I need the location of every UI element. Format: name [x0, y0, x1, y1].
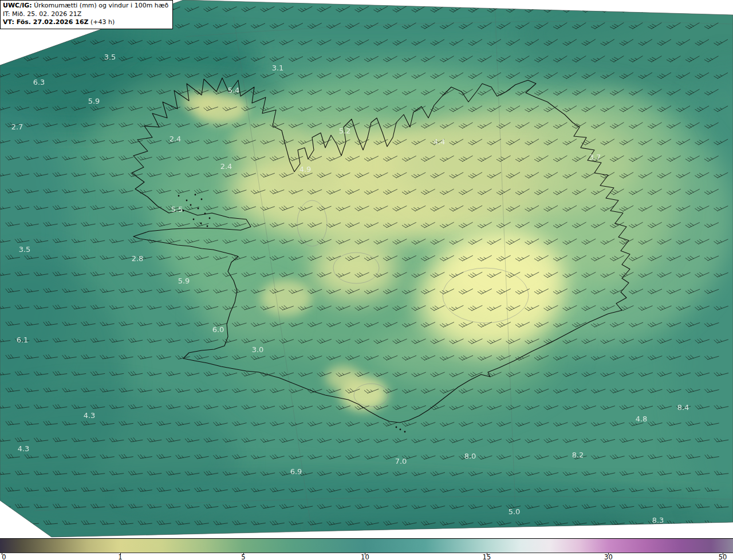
colorbar-tick-label: 5 [241, 554, 245, 560]
precip-value-label: 6.0 [212, 325, 224, 334]
init-time-line: IT: Mið. 25. 02. 2026 21Z [3, 10, 168, 19]
init-label: IT: [3, 10, 10, 18]
precip-value-label: 6.3 [33, 78, 45, 86]
precip-value-label: 3.7 [589, 153, 601, 161]
weather-map: 3.56.35.92.75.43.15.24.43.72.42.44.95.53… [0, 0, 733, 538]
precip-value-label: 5.4 [228, 86, 240, 94]
colorbar-gradient [0, 538, 733, 553]
precip-value-label: 3.5 [19, 245, 31, 254]
colorbar-tick-label: 30 [604, 554, 613, 560]
model-name: UWC/IG: [3, 2, 32, 9]
valid-suffix: (+43 h) [89, 18, 115, 26]
precip-value-label: 8.4 [677, 403, 689, 412]
precip-value-label: 8.0 [464, 452, 476, 460]
init-value: Mið. 25. 02. 2026 21Z [10, 10, 81, 18]
precip-value-label: 6.9 [290, 467, 302, 476]
map-title-line: UWC/IG: Úrkomumætti (mm) og vindur i 100… [3, 2, 168, 10]
precip-value-label: 2.4 [220, 162, 232, 171]
colorbar-tick-label: 0 [2, 554, 6, 560]
precip-value-label: 5.9 [178, 277, 190, 285]
precip-value-label: 4.3 [84, 411, 96, 420]
colorbar-tick-label: 15 [483, 554, 491, 560]
precip-value-label: 3.1 [272, 64, 284, 72]
colorbar: 01510153050 [0, 538, 733, 560]
colorbar-tick-label: 10 [361, 554, 369, 560]
weather-forecast-chart: 3.56.35.92.75.43.15.24.43.72.42.44.95.53… [0, 0, 733, 560]
precip-value-label: 8.2 [572, 451, 584, 459]
precip-value-label: 6.1 [17, 336, 29, 344]
precip-value-label: 4.4 [434, 137, 446, 146]
precip-value-label: 4.3 [18, 444, 30, 453]
precip-value-label: 2.4 [170, 135, 182, 143]
map-title-box: UWC/IG: Úrkomumætti (mm) og vindur i 100… [0, 0, 173, 29]
precip-value-label: 2.8 [132, 254, 144, 263]
precip-value-label: 5.0 [509, 507, 521, 516]
valid-label: VT: [3, 18, 17, 26]
valid-value: Fös. 27.02.2026 16Z [17, 18, 89, 26]
map-title: Úrkomumætti (mm) og vindur i 100m hæð [32, 2, 169, 9]
precip-value-label: 3.5 [104, 53, 116, 61]
precip-value-label: 8.3 [652, 516, 664, 524]
precip-value-label: 4.9 [299, 165, 312, 173]
valid-time-line: VT: Fös. 27.02.2026 16Z (+43 h) [3, 18, 168, 27]
colorbar-tick-label: 50 [719, 554, 727, 560]
precip-value-label: 5.5 [171, 205, 183, 214]
precip-value-label: 3.0 [252, 345, 264, 354]
precip-value-label: 5.2 [339, 127, 351, 135]
precip-value-label: 4.8 [636, 415, 648, 423]
precip-value-label: 7.0 [395, 457, 407, 466]
colorbar-tick-label: 1 [118, 554, 122, 560]
precip-value-label: 5.9 [88, 97, 100, 105]
precip-value-label: 2.7 [11, 123, 23, 131]
